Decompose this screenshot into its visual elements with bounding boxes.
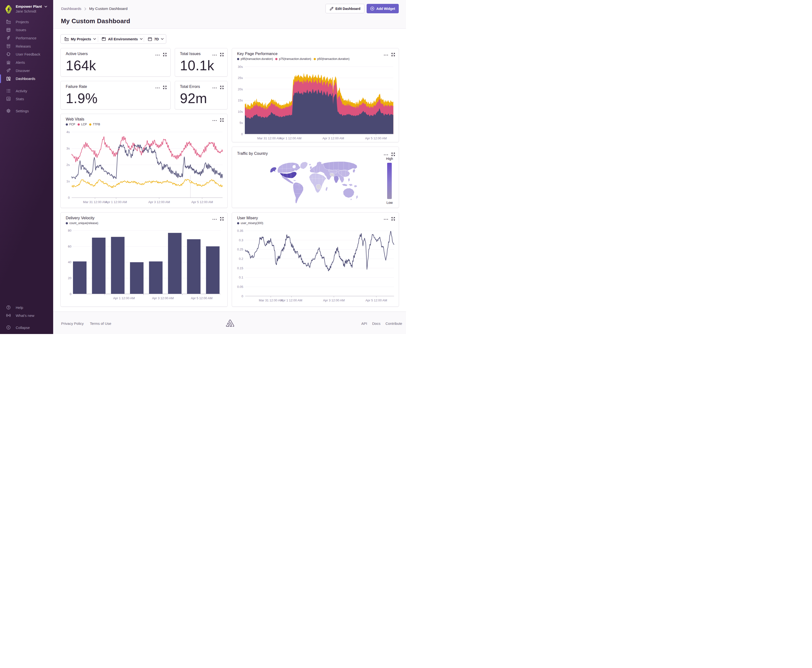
svg-text:Apr 3 12:00 AM: Apr 3 12:00 AM — [148, 200, 170, 204]
svg-text:Apr 1 12:00 AM: Apr 1 12:00 AM — [280, 137, 301, 140]
svg-text:Mar 31 12:00 AM: Mar 31 12:00 AM — [257, 137, 281, 140]
svg-text:10s: 10s — [238, 110, 243, 114]
svg-text:Apr 5 12:00 AM: Apr 5 12:00 AM — [191, 296, 213, 300]
svg-text:Mar 31 12:00 AM: Mar 31 12:00 AM — [259, 299, 283, 302]
svg-text:15s: 15s — [238, 99, 243, 102]
svg-text:Apr 1 12:00 AM: Apr 1 12:00 AM — [105, 200, 127, 204]
svg-text:0.25: 0.25 — [237, 247, 243, 251]
svg-text:0.3: 0.3 — [239, 238, 243, 242]
svg-text:4s: 4s — [67, 130, 70, 134]
svg-text:0: 0 — [241, 132, 243, 136]
svg-text:Mar 31 12:00 AM: Mar 31 12:00 AM — [83, 200, 107, 204]
svg-text:30s: 30s — [238, 65, 243, 68]
svg-text:Apr 5 12:00 AM: Apr 5 12:00 AM — [365, 299, 387, 302]
svg-text:Apr 3 12:00 AM: Apr 3 12:00 AM — [322, 137, 344, 140]
svg-text:Apr 1 12:00 AM: Apr 1 12:00 AM — [113, 296, 135, 300]
svg-text:3s: 3s — [67, 147, 70, 150]
svg-text:Apr 3 12:00 AM: Apr 3 12:00 AM — [152, 296, 174, 300]
svg-text:80: 80 — [68, 229, 71, 232]
svg-text:0.05: 0.05 — [237, 285, 243, 289]
svg-text:0: 0 — [68, 196, 70, 199]
svg-text:Apr 5 12:00 AM: Apr 5 12:00 AM — [365, 137, 387, 140]
svg-text:0.35: 0.35 — [237, 229, 243, 232]
svg-text:20: 20 — [68, 276, 71, 280]
svg-text:Apr 5 12:00 AM: Apr 5 12:00 AM — [191, 200, 213, 204]
svg-text:25s: 25s — [238, 76, 243, 80]
svg-text:Apr 3 12:00 AM: Apr 3 12:00 AM — [323, 299, 345, 302]
svg-text:0.1: 0.1 — [239, 276, 243, 279]
svg-text:20s: 20s — [238, 87, 243, 91]
svg-text:40: 40 — [68, 261, 71, 264]
svg-text:60: 60 — [68, 245, 71, 248]
svg-text:0: 0 — [70, 292, 71, 296]
svg-text:0.15: 0.15 — [237, 266, 243, 270]
svg-text:0.2: 0.2 — [239, 257, 243, 261]
svg-text:0: 0 — [241, 294, 243, 298]
svg-text:Apr 1 12:00 AM: Apr 1 12:00 AM — [281, 299, 302, 302]
svg-text:2s: 2s — [67, 163, 70, 167]
svg-text:5s: 5s — [239, 121, 243, 125]
svg-text:1s: 1s — [67, 179, 70, 183]
